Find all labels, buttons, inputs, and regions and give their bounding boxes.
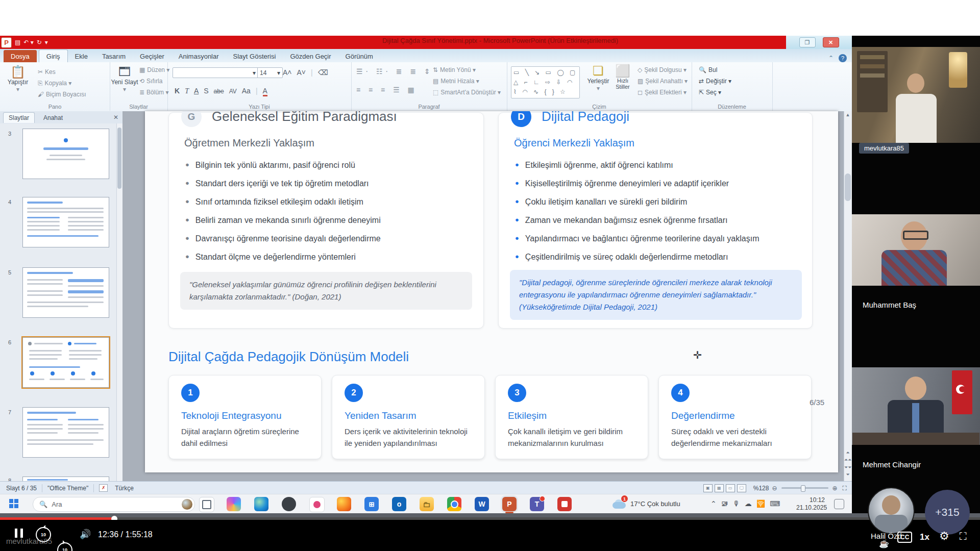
bottom-participant-avatar[interactable] (868, 487, 915, 534)
shape-fill-button[interactable]: ◇Şekil Dolgusu ▾ (638, 66, 687, 73)
microphone-icon[interactable]: 🎙 (733, 499, 740, 508)
slide-thumbnail-4[interactable] (22, 197, 109, 247)
align-text-button[interactable]: ▤Metni Hizala ▾ (433, 78, 479, 85)
normal-view-icon[interactable]: ▣ (703, 484, 713, 492)
shapes-gallery[interactable]: ▭ ╲ ↘ ▭ ◯ ▢ △ ⌐ ∟ ⇨ ⇩ ◠ ⌇ ◠ ∿ { } ☆ (511, 66, 580, 98)
spellcheck-icon[interactable]: ✗ (99, 484, 108, 492)
word-icon[interactable]: W (475, 497, 489, 511)
zoom-out-icon[interactable]: ⊖ (772, 485, 777, 492)
powerpoint-logo-icon[interactable]: P (1, 37, 12, 48)
slide-thumbnail-8[interactable] (22, 477, 109, 481)
text-direction-button[interactable]: ⇅Metin Yönü ▾ (433, 66, 476, 73)
scroll-up-icon[interactable]: ▲ (844, 112, 851, 117)
keyboard-icon[interactable]: ⌨ (770, 499, 780, 508)
zoom-slider[interactable] (781, 487, 828, 489)
reading-view-icon[interactable]: ▭ (726, 484, 735, 492)
slide-thumbnail-6[interactable] (22, 337, 109, 388)
change-case-button[interactable]: Aa (242, 87, 251, 95)
main-scrollbar[interactable] (844, 111, 852, 481)
outlook-icon[interactable]: o (392, 497, 406, 511)
format-painter-button[interactable]: 🖌Biçim Boyacısı (38, 91, 86, 98)
cut-button[interactable]: ✂Kes (38, 68, 56, 76)
participant-video-2[interactable] (852, 214, 980, 286)
tab-gorunum[interactable]: Görünüm (338, 50, 380, 62)
grow-font-icon[interactable]: A˄ (283, 68, 292, 77)
slide-nav-buttons[interactable]: ⏶⏶⏶⏷⏷⏷ (844, 449, 851, 479)
layout-button[interactable]: ▦Düzen ▾ (139, 66, 169, 73)
tab-giris[interactable]: Giriş (39, 49, 68, 62)
tray-expand-icon[interactable]: ⌃ (710, 499, 717, 508)
search-daily-image[interactable] (182, 499, 192, 510)
main-scrollbar-thumb[interactable] (845, 173, 851, 201)
strikethrough-button[interactable]: abe (214, 88, 224, 95)
slideshow-icon[interactable]: 🖵 (737, 484, 746, 492)
slide-thumbnail-7[interactable] (22, 407, 109, 458)
shrink-font-icon[interactable]: A˅ (297, 68, 306, 77)
close-button[interactable]: ✕ (823, 37, 839, 47)
tab-dosya[interactable]: Dosya (4, 50, 37, 62)
zoom-slider-knob[interactable] (801, 485, 805, 492)
weather-widget[interactable]: 1 17°C Çok bulutlu (612, 494, 680, 513)
slide-thumbnail-3[interactable] (22, 129, 109, 179)
taskbar-search[interactable]: 🔍 Ara (33, 497, 195, 512)
copilot-icon[interactable] (227, 497, 241, 511)
tab-anahat-panel[interactable]: Anahat (38, 112, 68, 123)
red-app-icon[interactable] (557, 497, 572, 511)
copy-button[interactable]: ⎘Kopyala ▾ (38, 80, 71, 87)
slide-sorter-icon[interactable]: ▦ (715, 484, 724, 492)
language-indicator[interactable]: Türkçe (115, 485, 134, 492)
taskbar-clock[interactable]: 10:12 21.10.2025 (796, 496, 825, 512)
slide-thumbnail-5[interactable] (22, 267, 109, 318)
playback-speed-button[interactable]: 1x (920, 532, 929, 542)
onedrive-icon[interactable]: ☁ (745, 499, 752, 508)
tab-gozden-gecir[interactable]: Gözden Geçir (283, 50, 338, 62)
restore-button[interactable]: ❐ (799, 37, 816, 47)
participant-video-1[interactable] (852, 47, 980, 143)
fullscreen-button[interactable]: ⛶ (960, 531, 967, 542)
wifi-icon[interactable]: 🛜 (756, 499, 765, 508)
dark-app-icon[interactable] (282, 497, 296, 511)
volume-icon[interactable]: 🔊 (80, 529, 91, 540)
undo-icon[interactable]: ↶ ▾ (23, 39, 33, 45)
panel-scrollbar-thumb[interactable] (117, 128, 121, 189)
save-icon[interactable]: ▤ (15, 39, 20, 45)
bold-button[interactable]: K (175, 87, 180, 95)
photos-app-icon[interactable] (309, 497, 325, 512)
file-explorer-icon[interactable]: 🗀 (420, 497, 434, 511)
shape-effects-button[interactable]: ◻Şekil Efektleri ▾ (638, 89, 687, 96)
task-view-icon[interactable] (199, 497, 214, 512)
font-grow-shrink[interactable]: A˄ A˅ | ⌫ (283, 68, 328, 77)
help-icon[interactable]: ? (839, 54, 847, 62)
overflow-participants-badge[interactable]: +315 (925, 490, 970, 535)
font-color-button[interactable]: A (263, 87, 267, 96)
tab-slaytlar-panel[interactable]: Slaytlar (3, 112, 35, 123)
panel-close-icon[interactable]: ✕ (113, 114, 118, 121)
phone-link-icon[interactable]: 🖳 (721, 499, 728, 508)
char-spacing-button[interactable]: AV (229, 88, 237, 95)
chrome-icon[interactable] (447, 497, 461, 511)
edge-icon[interactable] (254, 497, 268, 511)
teams-icon[interactable]: T (530, 497, 544, 511)
zoom-in-icon[interactable]: ⊕ (832, 485, 838, 492)
powerpoint-taskbar-icon[interactable]: P (502, 497, 517, 511)
fit-to-window-icon[interactable]: ⛶ (843, 485, 847, 492)
paste-button[interactable]: 📋 Yapıştır▾ (4, 65, 32, 93)
list-indent-icons[interactable]: ☰⋅ ☷⋅ ≣ ≣ ⇕ (356, 67, 433, 76)
font-size-combo[interactable]: 14▾ (257, 67, 283, 78)
find-button[interactable]: 🔍Bul (699, 66, 717, 73)
shape-outline-button[interactable]: ▨Şekil Anahattı ▾ (638, 78, 688, 85)
tab-animasyonlar[interactable]: Animasyonlar (172, 50, 226, 62)
select-button[interactable]: ⇱Seç ▾ (699, 89, 721, 96)
quick-styles-button[interactable]: ⬜ Hızlı Stiller (611, 64, 634, 90)
align-icons[interactable]: ≡ ≡ ≡ ☰ ▦ (356, 86, 418, 94)
reset-button[interactable]: ⟲Sıfırla (139, 78, 162, 85)
settings-gear-icon[interactable]: ⚙ (939, 530, 949, 543)
shadow-button[interactable]: S (204, 87, 208, 95)
section-button[interactable]: ≣Bölüm ▾ (139, 89, 168, 96)
tab-tasarim[interactable]: Tasarım (95, 50, 133, 62)
smartart-button[interactable]: ⬚SmartArt'a Dönüştür ▾ (433, 89, 501, 96)
tab-ekle[interactable]: Ekle (68, 50, 95, 62)
tab-slayt-gosterisi[interactable]: Slayt Gösterisi (226, 50, 283, 62)
clear-format-icon[interactable]: ⌫ (318, 68, 328, 77)
tab-gecisler[interactable]: Geçişler (133, 50, 172, 62)
